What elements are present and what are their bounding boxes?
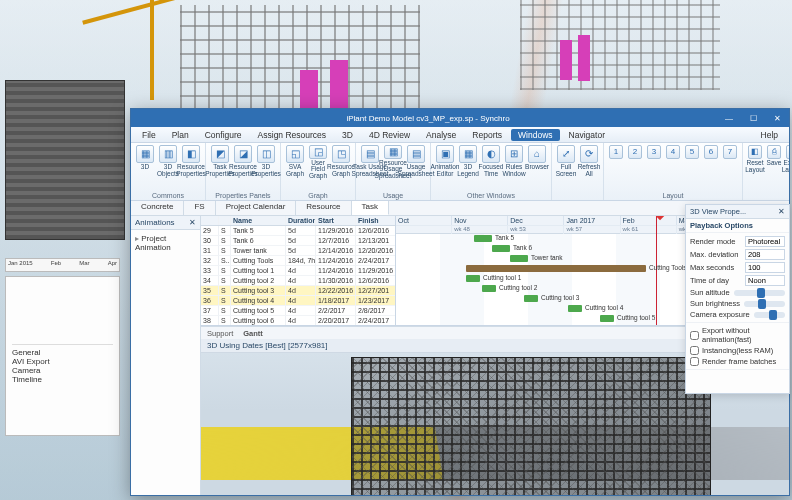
ribbon-1[interactable]: 1 <box>608 145 624 175</box>
ribbon-resource-graph[interactable]: ◳Resource Graph <box>331 145 351 179</box>
ribbon-focused-time[interactable]: ◐Focused Time <box>481 145 501 179</box>
gantt-bar[interactable] <box>600 315 614 322</box>
gantt-bar-label: Cutting tool 3 <box>541 294 579 301</box>
task-row[interactable]: 34SCutting tool 24d11/30/201612/6/2016 <box>201 276 395 286</box>
task-row[interactable]: 30STank 65d12/7/201612/13/201 <box>201 236 395 246</box>
gantt-bar[interactable] <box>510 255 528 262</box>
animation-tree-node[interactable]: Project Animation <box>135 234 196 252</box>
ribbon-full-screen[interactable]: ⤢Full Screen <box>556 145 576 179</box>
task-grid-header: Name Duration Start Finish <box>201 216 395 226</box>
task-row[interactable]: 36SCutting tool 44d1/18/20171/23/2017 <box>201 296 395 306</box>
ribbon-browser[interactable]: ⌂Browser <box>527 145 547 179</box>
render-mode-field[interactable] <box>745 236 785 247</box>
subtab-concrete[interactable]: Concrete <box>131 201 184 215</box>
animations-title: Animations <box>135 218 175 227</box>
menu-help[interactable]: Help <box>754 129 785 141</box>
ribbon-3d-legend[interactable]: ▦3D Legend <box>458 145 478 179</box>
time-of-day-field[interactable] <box>745 275 785 286</box>
ribbon-usage-spreadsheet[interactable]: ▤Usage Spreadsheet <box>406 145 426 179</box>
subtab-fs[interactable]: FS <box>184 201 215 215</box>
task-row[interactable]: 32S...Cutting Tools184d, 7h11/24/20162/2… <box>201 256 395 266</box>
gantt-bar[interactable] <box>466 275 480 282</box>
titlebar[interactable]: iPlant Demo Model cv3_MP_exp.sp - Synchr… <box>131 109 789 127</box>
ribbon-3[interactable]: 3 <box>646 145 662 175</box>
bg-panel-item-avi[interactable]: AVI Export <box>12 357 113 366</box>
ribbon-group-label: Properties Panels <box>210 191 276 200</box>
props-title: 3D View Prope... <box>690 207 746 216</box>
bg-panel-item-general[interactable]: General <box>12 348 113 357</box>
ribbon-3d-objects[interactable]: ▥3D Objects <box>158 145 178 179</box>
minimize-button[interactable]: — <box>717 114 741 123</box>
ribbon-task-properties[interactable]: ◩Task Properties <box>210 145 230 179</box>
ribbon-save[interactable]: ⎙Save <box>766 145 782 175</box>
ribbon-resource-properties[interactable]: ◪Resource Properties <box>233 145 253 179</box>
gantt-bar[interactable] <box>524 295 538 302</box>
task-row[interactable]: 38SCutting tool 64d2/20/20172/24/2017 <box>201 316 395 325</box>
background-steel-frame-2 <box>520 0 720 90</box>
menu-configure[interactable]: Configure <box>198 129 249 141</box>
check-render-batches[interactable]: Render frame batches <box>690 356 785 367</box>
ribbon-rules-window[interactable]: ⊞Rules Window <box>504 145 524 179</box>
gantt-bar[interactable] <box>474 235 492 242</box>
gantt-bar[interactable] <box>482 285 496 292</box>
panel-close-icon[interactable]: ✕ <box>189 218 196 227</box>
sun-brightness-slider[interactable] <box>744 301 785 307</box>
check-instancing[interactable]: Instancing(less RAM) <box>690 345 785 356</box>
ribbon-4[interactable]: 4 <box>665 145 681 175</box>
subtab-project-calendar[interactable]: Project Calendar <box>216 201 297 215</box>
ribbon-reset-layout[interactable]: ◧Reset Layout <box>747 145 763 175</box>
ribbon-2[interactable]: 2 <box>627 145 643 175</box>
subtab-task[interactable]: Task <box>352 201 389 215</box>
ribbon-7[interactable]: 7 <box>722 145 738 175</box>
ribbon-3d-properties[interactable]: ◫3D Properties <box>256 145 276 179</box>
subtab-resource[interactable]: Resource <box>296 201 351 215</box>
menu-navigator[interactable]: Navigator <box>562 129 612 141</box>
menu-file[interactable]: File <box>135 129 163 141</box>
menubar: File Plan Configure Assign Resources 3D … <box>131 127 789 143</box>
gantt-bar[interactable] <box>466 265 646 272</box>
task-row[interactable]: 31STower tank5d12/14/201612/20/2016 <box>201 246 395 256</box>
task-row[interactable]: 29STank 55d11/29/201612/6/2016 <box>201 226 395 236</box>
background-tower <box>5 80 125 240</box>
camera-exposure-slider[interactable] <box>754 312 785 318</box>
task-row[interactable]: 33SCutting tool 14d11/24/201611/29/2016 <box>201 266 395 276</box>
task-row[interactable]: 35SCutting tool 34d12/22/201612/27/201 <box>201 286 395 296</box>
ribbon-user-field-graph[interactable]: ◲User Field Graph <box>308 145 328 179</box>
menu-analyse[interactable]: Analyse <box>419 129 463 141</box>
close-button[interactable]: ✕ <box>765 114 789 123</box>
task-row[interactable]: 37SCutting tool 54d2/2/20172/8/2017 <box>201 306 395 316</box>
menu-plan[interactable]: Plan <box>165 129 196 141</box>
sun-altitude-slider[interactable] <box>734 290 785 296</box>
gantt-bar-label: Cutting tool 1 <box>483 274 521 281</box>
bg-panel-item-camera[interactable]: Camera <box>12 366 113 375</box>
ribbon-resource-properties[interactable]: ◧Resource Properties <box>181 145 201 179</box>
ribbon-sva-graph[interactable]: ◱SVA Graph <box>285 145 305 179</box>
footer-tab-support[interactable]: Support <box>207 329 233 338</box>
menu-windows[interactable]: Windows <box>511 129 559 141</box>
ribbon-5[interactable]: 5 <box>684 145 700 175</box>
ribbon-6[interactable]: 6 <box>703 145 719 175</box>
ribbon-3d[interactable]: ▦3D <box>135 145 155 179</box>
gantt-bar[interactable] <box>568 305 582 312</box>
view3d-title: 3D Using Dates [Best] [2577x981] <box>207 341 328 350</box>
bg-panel-item-timeline[interactable]: Timeline <box>12 375 113 384</box>
max-deviation-field[interactable] <box>745 249 785 260</box>
ribbon-group-label: Usage <box>360 191 426 200</box>
task-grid: Name Duration Start Finish 29STank 55d11… <box>201 216 396 325</box>
menu-3d[interactable]: 3D <box>335 129 360 141</box>
menu-reports[interactable]: Reports <box>465 129 509 141</box>
footer-tab-gantt[interactable]: Gantt <box>243 329 263 338</box>
ribbon-group-label: Commons <box>135 191 201 200</box>
ribbon-animation-editor[interactable]: ▣Animation Editor <box>435 145 455 179</box>
gantt-bar-label: Tank 6 <box>513 244 532 251</box>
max-seconds-field[interactable] <box>745 262 785 273</box>
props-section-title: Playback Options <box>686 219 789 233</box>
props-close-icon[interactable]: ✕ <box>778 207 785 216</box>
ribbon-refresh-all[interactable]: ⟳Refresh All <box>579 145 599 179</box>
menu-4d-review[interactable]: 4D Review <box>362 129 417 141</box>
maximize-button[interactable]: ☐ <box>741 114 765 123</box>
check-export-noanim[interactable]: Export without animation(fast) <box>690 325 785 345</box>
ribbon-export-layouts[interactable]: ⇲Export Layouts <box>785 145 789 175</box>
gantt-bar[interactable] <box>492 245 510 252</box>
menu-assign-resources[interactable]: Assign Resources <box>251 129 334 141</box>
